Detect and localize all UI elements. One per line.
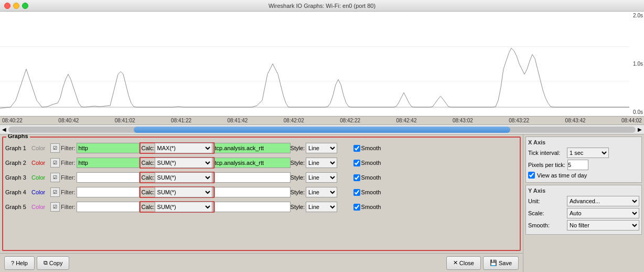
- scrollbar-area[interactable]: ◀ ▶: [0, 125, 644, 134]
- graph-1-calc-wrap: Calc: MAX(*) SUM(*): [139, 142, 214, 154]
- save-icon: 💾: [490, 259, 497, 266]
- graph-4-calc-label: Calc:: [142, 189, 155, 195]
- pixels-per-tick-input[interactable]: [567, 160, 588, 170]
- graph-3-filter-label: Filter:: [61, 174, 76, 181]
- time-label-12: 08:44:02: [621, 118, 642, 123]
- graph-4-filter2-input[interactable]: [214, 187, 291, 197]
- scale-select[interactable]: Auto Linear Log: [567, 208, 639, 218]
- time-axis: 08:40:22 08:40:42 08:41:02 08:41:22 08:4…: [0, 117, 644, 125]
- graph-2-smooth-checkbox[interactable]: [353, 160, 360, 166]
- time-label-9: 08:43:02: [453, 118, 473, 123]
- graph-2-filter-label: Filter:: [61, 160, 76, 166]
- maximize-btn[interactable]: [22, 3, 28, 9]
- graph-3-style-label: Style:: [291, 174, 305, 181]
- graph-2-color[interactable]: Color: [30, 160, 50, 166]
- graph-2-style-section: Style: Line: [291, 158, 353, 168]
- table-row: Graph 3 Color ☑ Filter: Calc: SUM(*) MAX…: [3, 170, 520, 185]
- graph-1-filter2-input[interactable]: [214, 143, 291, 153]
- save-label: Save: [499, 260, 512, 266]
- graph-2-calc-select[interactable]: SUM(*) MAX(*): [155, 158, 212, 168]
- scroll-right-arrow[interactable]: ▶: [638, 127, 642, 132]
- graph-1-style-label: Style:: [291, 145, 305, 151]
- graphs-group-label: Graphs: [6, 134, 30, 139]
- save-button[interactable]: 💾 Save: [483, 256, 519, 270]
- graph-5-calc-label: Calc:: [142, 204, 155, 210]
- graph-1-style-section: Style: Line: [291, 143, 353, 153]
- graph-2-smooth-label: Smooth: [361, 160, 381, 166]
- graph-4-color[interactable]: Color: [30, 189, 50, 195]
- x-axis-title: X Axis: [528, 139, 639, 145]
- graph-2-filter2-input[interactable]: [214, 158, 291, 168]
- graph-3-smooth-checkbox[interactable]: [353, 174, 360, 181]
- graph-5-label: Graph 5: [3, 204, 30, 210]
- close-btn[interactable]: [4, 3, 10, 9]
- tick-interval-select[interactable]: 1 sec 10 sec 1 min: [567, 148, 609, 158]
- graph-5-filter2-input[interactable]: [214, 202, 291, 212]
- graph-2-filter-input[interactable]: [77, 158, 139, 168]
- smooth-select[interactable]: No filter Moving average: [567, 220, 639, 231]
- scrollbar-thumb[interactable]: [134, 127, 510, 133]
- graph-3-filter-input[interactable]: [77, 172, 139, 183]
- graph-1-filter-checkbox[interactable]: ☑: [50, 143, 60, 153]
- graph-5-calc-wrap: Calc: SUM(*) MAX(*): [139, 201, 214, 213]
- graph-5-style-select[interactable]: Line: [306, 202, 337, 212]
- graph-1-calc-select[interactable]: MAX(*) SUM(*): [155, 143, 212, 153]
- graph-1-filter-input[interactable]: [77, 143, 139, 153]
- graph-2-filter-checkbox[interactable]: ☑: [50, 158, 60, 168]
- minimize-btn[interactable]: [13, 3, 19, 9]
- graph-5-calc-select[interactable]: SUM(*) MAX(*): [155, 202, 212, 212]
- graph-1-style-select[interactable]: Line: [306, 143, 337, 153]
- smooth-row: Smooth: No filter Moving average: [528, 220, 639, 231]
- graph-1-smooth-label: Smooth: [361, 145, 381, 151]
- graph-1-color[interactable]: Color: [30, 145, 50, 151]
- unit-row: Unit: Advanced... Bits/s Bytes/s Packets…: [528, 196, 639, 206]
- bottom-right-buttons: ✕ Close 💾 Save: [446, 256, 519, 270]
- graph-3-style-select[interactable]: Line: [306, 172, 337, 183]
- time-label-5: 08:41:42: [227, 118, 248, 123]
- close-icon: ✕: [453, 259, 458, 266]
- graph-2-style-select[interactable]: Line: [306, 158, 337, 168]
- close-button[interactable]: ✕ Close: [446, 256, 481, 270]
- graph-1-filter-label: Filter:: [61, 145, 76, 151]
- graph-3-style-section: Style: Line: [291, 172, 353, 183]
- scroll-left-arrow[interactable]: ◀: [2, 127, 6, 132]
- bottom-left-buttons: ? Help ⧉ Copy: [4, 256, 69, 270]
- graph-4-filter-checkbox[interactable]: ☑: [50, 187, 60, 197]
- graph-5-smooth-checkbox[interactable]: [353, 204, 360, 211]
- y-axis-labels: 2.0s 1.0s 0.0s: [633, 12, 643, 116]
- graph-4-calc-select[interactable]: SUM(*) MAX(*): [155, 187, 212, 197]
- graph-3-filter-checkbox[interactable]: ☑: [50, 173, 60, 182]
- table-row: Graph 2 Color ☑ Filter: Calc: SUM(*) MAX…: [3, 155, 520, 170]
- y-label-mid: 1.0s: [633, 61, 643, 67]
- graph-1-smooth-checkbox[interactable]: [353, 145, 360, 152]
- copy-button[interactable]: ⧉ Copy: [37, 256, 70, 270]
- view-as-time-checkbox[interactable]: [528, 172, 535, 179]
- graph-2-calc-wrap: Calc: SUM(*) MAX(*): [139, 157, 214, 169]
- main-container: 2.0s 1.0s 0.0s 08:40:22 08:40:42 08:41:0…: [0, 12, 644, 272]
- graph-1-label: Graph 1: [3, 145, 30, 151]
- graph-5-color[interactable]: Color: [30, 204, 50, 210]
- graph-4-smooth-checkbox[interactable]: [353, 189, 360, 196]
- graph-4-filter-input[interactable]: [77, 187, 139, 197]
- scrollbar-track[interactable]: [8, 127, 636, 133]
- unit-select[interactable]: Advanced... Bits/s Bytes/s Packets/s: [567, 196, 639, 206]
- window-title: Wireshark IO Graphs: Wi-Fi: en0 (port 80…: [269, 3, 375, 9]
- graph-svg: [0, 12, 644, 116]
- graph-5-filter-checkbox[interactable]: ☑: [50, 202, 60, 212]
- help-button[interactable]: ? Help: [4, 256, 35, 270]
- graph-4-style-section: Style: Line: [291, 187, 353, 197]
- copy-label: Copy: [49, 260, 63, 266]
- graph-2-label: Graph 2: [3, 160, 30, 166]
- graph-3-color[interactable]: Color: [30, 174, 50, 181]
- graph-area: 2.0s 1.0s 0.0s: [0, 12, 644, 117]
- graph-3-filter-section: ☑ Filter:: [50, 172, 139, 183]
- y-axis-title: Y Axis: [528, 187, 639, 194]
- graph-3-calc-select[interactable]: SUM(*) MAX(*): [155, 172, 212, 183]
- unit-label: Unit:: [528, 198, 565, 204]
- tick-interval-row: Tick interval: 1 sec 10 sec 1 min: [528, 148, 639, 158]
- graph-5-filter-input[interactable]: [77, 202, 139, 212]
- graph-4-label: Graph 4: [3, 189, 30, 195]
- graph-4-style-select[interactable]: Line: [306, 187, 337, 197]
- graph-5-filter-section: ☑ Filter:: [50, 202, 139, 212]
- graph-3-filter2-input[interactable]: [214, 172, 291, 183]
